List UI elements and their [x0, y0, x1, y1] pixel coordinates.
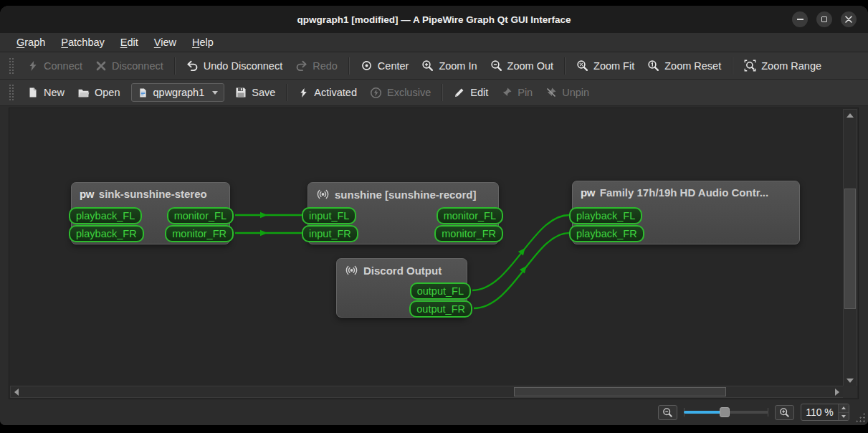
zoom-fit-button[interactable]: Zoom Fit: [570, 57, 641, 75]
titlebar[interactable]: qpwgraph1 [modified] — A PipeWire Graph …: [0, 6, 868, 33]
connections-layer: [9, 108, 859, 400]
port-monitor-fl[interactable]: monitor_FL: [167, 207, 234, 224]
zoom-range-button[interactable]: Zoom Range: [738, 57, 828, 75]
port-monitor-fr[interactable]: monitor_FR: [165, 225, 234, 242]
save-icon: [235, 87, 247, 98]
center-button[interactable]: Center: [354, 57, 416, 75]
connection-arrow-icon: [260, 230, 267, 237]
app-window: qpwgraph1 [modified] — A PipeWire Graph …: [0, 6, 868, 425]
vertical-scrollbar[interactable]: [843, 109, 857, 386]
undo-icon: [186, 60, 199, 72]
zoom-reset-icon: [647, 60, 659, 72]
maximize-button[interactable]: [816, 11, 832, 27]
window-controls: [792, 11, 857, 27]
port-monitor-fl[interactable]: monitor_FL: [437, 207, 503, 224]
toolbar-separator: [286, 84, 287, 101]
scroll-up-button[interactable]: [844, 110, 856, 120]
unpin-button[interactable]: Unpin: [539, 84, 596, 101]
toolbar-drag-handle[interactable]: [9, 84, 15, 101]
patchbay-name: qpwgraph1: [153, 87, 205, 98]
pin-icon: [501, 87, 512, 98]
menu-patchbay[interactable]: Patchbay: [53, 34, 112, 50]
toolbar-separator: [174, 57, 176, 75]
port-monitor-fr[interactable]: monitor_FR: [434, 225, 503, 242]
broadcast-icon: [345, 264, 358, 277]
zoom-reset-button[interactable]: Zoom Reset: [641, 57, 728, 75]
zoom-in-icon: [779, 407, 790, 418]
toolbar-separator: [442, 84, 443, 101]
toolbar-separator: [564, 57, 566, 75]
zoom-in-icon: [421, 60, 434, 72]
broadcast-icon: [316, 188, 330, 201]
menu-view[interactable]: View: [146, 34, 184, 50]
zoom-out-button[interactable]: Zoom Out: [484, 57, 560, 75]
scroll-right-button[interactable]: [831, 386, 843, 397]
zoom-percent-value[interactable]: 110 %: [801, 404, 838, 420]
zoom-out-icon: [490, 60, 502, 72]
zoom-out-icon: [662, 407, 673, 418]
pin-button[interactable]: Pin: [495, 84, 539, 101]
port-playback-fl[interactable]: playback_FL: [69, 207, 142, 224]
node-title: sink-sunshine-stereo: [99, 188, 207, 200]
menu-help[interactable]: Help: [184, 34, 221, 50]
disconnect-button[interactable]: Disconnect: [89, 57, 170, 75]
open-button[interactable]: Open: [71, 84, 126, 102]
arrow-down-icon: [841, 415, 846, 418]
maximize-icon: [821, 16, 827, 22]
horizontal-scrollbar-thumb[interactable]: [514, 387, 726, 396]
menu-edit[interactable]: Edit: [113, 34, 146, 50]
undo-disconnect-button[interactable]: Undo Disconnect: [180, 57, 289, 75]
port-playback-fl[interactable]: playback_FL: [569, 207, 642, 224]
open-folder-icon: [77, 87, 90, 99]
menubar: Graph Patchbay Edit View Help: [0, 33, 868, 52]
zoom-slider[interactable]: [684, 406, 768, 418]
node-title: Discord Output: [363, 265, 442, 277]
activated-button[interactable]: Activated: [292, 84, 363, 101]
spin-down-button[interactable]: [839, 413, 849, 421]
unpin-icon: [545, 87, 557, 98]
minimize-button[interactable]: [792, 11, 808, 27]
center-icon: [361, 60, 373, 72]
port-playback-fr[interactable]: playback_FR: [69, 225, 144, 242]
close-button[interactable]: [841, 11, 857, 27]
zoom-in-button[interactable]: Zoom In: [415, 57, 483, 75]
redo-icon: [295, 60, 307, 72]
toolbar-drag-handle[interactable]: [9, 57, 15, 75]
port-output-fr[interactable]: output_FR: [409, 300, 472, 318]
zoom-percent-spinbox[interactable]: 110 %: [801, 404, 849, 421]
zoom-slider-handle[interactable]: [720, 407, 730, 417]
new-file-icon: [27, 87, 39, 98]
port-input-fl[interactable]: input_FL: [302, 207, 356, 224]
edit-button[interactable]: Edit: [447, 84, 495, 101]
scrollbar-corner: [843, 386, 857, 398]
window-title: qpwgraph1 [modified] — A PipeWire Graph …: [297, 14, 571, 25]
vertical-scrollbar-thumb[interactable]: [844, 189, 856, 309]
spin-up-button[interactable]: [839, 404, 849, 413]
statusbar-zoom-in-button[interactable]: [775, 405, 794, 420]
port-input-fr[interactable]: input_FR: [302, 225, 358, 242]
patchbay-selector[interactable]: qpwgraph1: [131, 83, 225, 102]
edit-pencil-icon: [454, 87, 465, 98]
toolbar-separator: [348, 57, 350, 75]
node-title: sunshine [sunshine-record]: [335, 189, 477, 201]
exclusive-button[interactable]: Exclusive: [363, 84, 437, 102]
arrow-down-icon: [846, 379, 854, 383]
scroll-left-button[interactable]: [11, 386, 22, 397]
zoom-range-icon: [744, 60, 756, 72]
connect-button[interactable]: Connect: [21, 57, 89, 75]
port-playback-fr[interactable]: playback_FR: [569, 225, 644, 242]
horizontal-scrollbar[interactable]: [10, 386, 844, 398]
chevron-down-icon: [212, 91, 218, 95]
statusbar-zoom-out-button[interactable]: [658, 405, 677, 420]
scroll-down-button[interactable]: [844, 375, 856, 386]
redo-button[interactable]: Redo: [289, 57, 344, 75]
menu-graph[interactable]: Graph: [9, 34, 53, 50]
exclusive-icon: [370, 87, 382, 99]
graph-canvas[interactable]: pw sink-sunshine-stereo playback_FL play…: [9, 108, 859, 399]
arrow-right-icon: [835, 389, 839, 396]
new-button[interactable]: New: [21, 84, 71, 101]
port-output-fl[interactable]: output_FL: [410, 282, 471, 300]
save-button[interactable]: Save: [229, 84, 282, 101]
pipewire-icon: pw: [581, 186, 595, 199]
connect-icon: [27, 60, 39, 72]
